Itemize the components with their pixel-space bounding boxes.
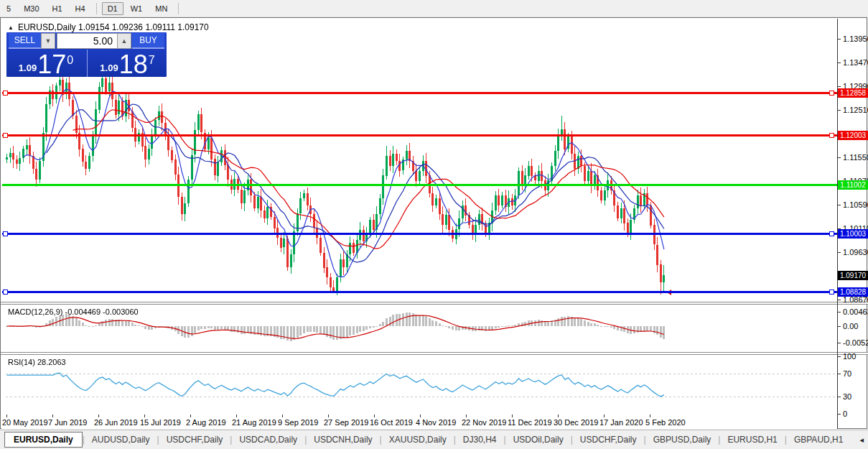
macd-tick-mark: [838, 326, 841, 327]
rsi-tick-label: 100: [843, 352, 856, 361]
buy-price-big: 18: [119, 52, 148, 77]
level-line-handle[interactable]: [3, 290, 8, 295]
chart-tab-gbpaud-h1[interactable]: GBPAUD,H1: [787, 432, 850, 447]
rsi-tick-label: 70: [843, 369, 851, 378]
level-line-1.12003[interactable]: [2, 134, 837, 136]
date-tick-mark: [650, 415, 650, 417]
volume-input[interactable]: 5.00: [57, 33, 118, 49]
level-line-handle[interactable]: [3, 231, 8, 236]
price-axis-line: [837, 19, 838, 429]
date-label: 15 Jul 2019: [140, 418, 181, 427]
level-line-handle[interactable]: [3, 133, 8, 138]
level-line-handle[interactable]: [829, 231, 834, 236]
timeframe-button-mn[interactable]: MN: [149, 2, 173, 15]
rsi-indicator-canvas[interactable]: [6, 355, 837, 413]
date-label: 22 Nov 2019: [462, 418, 506, 427]
date-label: 17 Jan 2020: [599, 418, 643, 427]
rsi-tick-mark: [838, 397, 841, 397]
date-tick-mark: [190, 415, 191, 417]
price-tick-label: 1.11550: [843, 153, 868, 162]
price-tick-mark: [838, 252, 841, 253]
sell-price-small: 1.09: [19, 63, 37, 73]
price-tick-label: 1.10590: [843, 200, 868, 209]
price-tick-mark: [838, 157, 841, 158]
chart-tab-usdcad-daily[interactable]: USDCAD,Daily: [232, 432, 304, 447]
chart-tab-eurusd-h1[interactable]: EURUSD,H1: [720, 432, 784, 447]
spin-down-icon: ▼: [45, 37, 52, 45]
timeframe-button-h4[interactable]: H4: [70, 2, 91, 15]
timeframe-button-m30[interactable]: M30: [18, 2, 45, 15]
buy-button[interactable]: BUY: [132, 33, 164, 49]
level-price-tag: 1.12858: [838, 88, 868, 98]
level-line-handle[interactable]: [829, 133, 834, 138]
rsi-tick-label: 0: [843, 409, 847, 418]
buy-price-display[interactable]: 1.09 18 7: [87, 50, 167, 77]
chart-tab-dj30-h4[interactable]: DJ30,H4: [456, 432, 504, 447]
chart-tab-audusd-daily[interactable]: AUDUSD,Daily: [85, 432, 157, 447]
date-axis[interactable]: 20 May 20197 Jun 201926 Jun 201915 Jul 2…: [1, 415, 837, 429]
chart-tab-usdcnh-daily[interactable]: USDCNH,Daily: [307, 432, 379, 447]
toolbar-separator: [178, 3, 179, 14]
date-label: 11 Dec 2019: [508, 418, 552, 427]
chart-title: ▲EURUSD,Daily 1.09154 1.09236 1.09111 1.…: [8, 22, 209, 32]
timeframe-button-5[interactable]: 5: [1, 2, 17, 15]
date-tick-mark: [328, 415, 329, 417]
date-label: 30 Dec 2019: [554, 418, 598, 427]
chart-tab-gbpusd-daily[interactable]: GBPUSD,Daily: [646, 432, 719, 447]
date-tick-mark: [466, 415, 467, 417]
chart-tab-usdoil-daily[interactable]: USDOil,Daily: [506, 432, 571, 447]
buy-price-sup: 7: [149, 54, 155, 67]
volume-increase-button[interactable]: ▲: [117, 33, 131, 49]
macd-label: MACD(12,26,9) -0.004469 -0.003060: [8, 307, 139, 316]
buy-price-small: 1.09: [100, 63, 118, 73]
level-line-1.11002[interactable]: [2, 184, 837, 186]
date-tick-mark: [374, 415, 375, 417]
price-tick-mark: [838, 300, 841, 300]
timeframe-button-w1[interactable]: W1: [125, 2, 149, 15]
price-tick-mark: [838, 205, 841, 205]
date-label: 5 Feb 2020: [645, 418, 686, 427]
level-line-1.08828[interactable]: [2, 291, 837, 293]
sell-button[interactable]: SELL: [9, 33, 41, 49]
chart-tab-usdchf-daily[interactable]: USDCHF,Daily: [159, 432, 230, 447]
level-line-1.10003[interactable]: [2, 233, 837, 235]
chart-tab-usdchf-daily[interactable]: USDCHF,Daily: [573, 432, 644, 447]
date-label: 16 Oct 2019: [370, 418, 413, 427]
date-tick-mark: [144, 415, 145, 417]
timeframe-toolbar: 5M30H1H4D1W1MN: [0, 0, 868, 17]
level-line-1.12858[interactable]: [2, 92, 837, 94]
date-label: 21 Aug 2019: [232, 418, 276, 427]
chart-window: ▲EURUSD,Daily 1.09154 1.09236 1.09111 1.…: [0, 17, 867, 429]
date-label: 26 Jun 2019: [94, 418, 138, 427]
price-tick-mark: [838, 110, 841, 111]
rsi-tick-mark: [838, 374, 841, 374]
price-tick-label: 1.12510: [843, 106, 868, 114]
level-line-handle[interactable]: [829, 91, 834, 96]
chart-tab-eurusd-daily[interactable]: EURUSD,Daily: [4, 432, 83, 448]
sell-price-display[interactable]: 1.09 17 0: [6, 50, 85, 77]
toolbar-separator: [96, 3, 97, 14]
date-tick-mark: [236, 415, 237, 417]
date-tick-mark: [512, 415, 513, 417]
one-click-panel-toggle-icon[interactable]: ▲: [8, 24, 14, 31]
price-tick-mark: [838, 39, 841, 40]
macd-tick-label: 0.00463: [843, 307, 868, 316]
one-click-trading-panel: SELL ▼ 5.00 ▲ BUY 1.09 17 0 1.09 18 7: [6, 32, 167, 77]
timeframe-button-d1[interactable]: D1: [102, 2, 123, 15]
date-tick-mark: [282, 415, 283, 417]
date-label: 27 Sep 2019: [324, 418, 368, 427]
volume-decrease-button[interactable]: ▼: [41, 33, 55, 49]
rsi-label: RSI(14) 28.2063: [8, 358, 66, 366]
tab-scroll-left-icon[interactable]: ◂: [856, 435, 867, 445]
level-line-handle[interactable]: [3, 91, 8, 96]
level-price-tag: 1.11002: [838, 180, 868, 190]
date-tick-mark: [420, 415, 421, 417]
level-line-handle[interactable]: [829, 290, 834, 295]
chart-symbol-period: EURUSD,Daily: [18, 22, 76, 32]
timeframe-button-h1[interactable]: H1: [47, 2, 68, 15]
price-tick-mark: [838, 63, 841, 63]
level-price-tag: 1.10003: [838, 229, 868, 239]
date-tick-mark: [52, 415, 53, 417]
price-tick-label: 1.13470: [843, 58, 868, 67]
chart-tab-xauusd-daily[interactable]: XAUUSD,Daily: [382, 432, 454, 447]
